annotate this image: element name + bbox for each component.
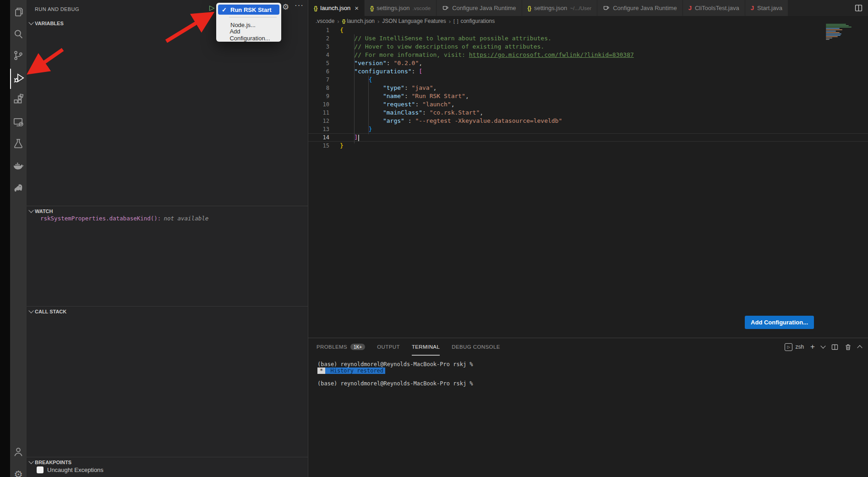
chevron-down-icon: [28, 208, 33, 213]
code-line-7[interactable]: 7 {: [308, 76, 868, 84]
editor-region: {}launch.json×{}settings.json.vscodeConf…: [308, 0, 868, 477]
code-line-14[interactable]: 14 ]: [308, 133, 868, 142]
line-number: 4: [308, 51, 329, 59]
panel-tab-problems[interactable]: PROBLEMS1K+: [317, 338, 365, 356]
maximize-panel-icon[interactable]: [857, 345, 862, 350]
activity-item-accounts[interactable]: [10, 443, 27, 463]
panel-tab-output[interactable]: OUTPUT: [377, 338, 400, 356]
terminal-shell-selector[interactable]: ▷ zsh: [785, 343, 804, 351]
breadcrumb-separator: ›: [337, 18, 339, 25]
activity-item-docker[interactable]: [10, 156, 27, 176]
account-icon: [12, 446, 24, 460]
breadcrumb-separator: ›: [449, 18, 451, 25]
breadcrumb-item-json-language-features[interactable]: JSON Language Features: [382, 18, 446, 24]
chevron-down-icon[interactable]: [820, 343, 825, 348]
code-line-12[interactable]: 12 "args" : "--regtest -Xkeyvalue.dataso…: [308, 117, 868, 125]
debug-icon: [13, 72, 25, 86]
extensions-icon: [12, 93, 24, 107]
terminal-output[interactable]: (base) reynoldmorel@Reynolds-MacBook-Pro…: [317, 361, 473, 387]
chevron-down-icon: [28, 459, 33, 464]
activity-item-source-control[interactable]: [10, 46, 27, 66]
activity-item-remote-explorer[interactable]: [10, 113, 27, 133]
breadcrumb-item-configurations[interactable]: [ ]configurations: [453, 18, 495, 24]
menu-item-run-rsk-start[interactable]: ✓Run RSK Start: [218, 5, 279, 15]
add-configuration-button[interactable]: Add Configuration...: [745, 316, 814, 329]
code-line-10[interactable]: 10 "request": "launch",: [308, 100, 868, 109]
more-actions-icon[interactable]: ···: [295, 1, 304, 10]
source-control-icon: [12, 49, 24, 63]
code-line-3[interactable]: 3 // Hover to view descriptions of exist…: [308, 43, 868, 51]
java-file-icon: J: [751, 5, 754, 11]
code-line-6[interactable]: 6 "configurations": [: [308, 67, 868, 76]
breadcrumb-item--vscode[interactable]: .vscode: [316, 18, 334, 24]
breakpoint-label: Uncaught Exceptions: [47, 466, 104, 473]
terminal-line: [317, 374, 473, 380]
chevron-down-icon: [28, 20, 33, 25]
line-number: 14: [308, 134, 329, 141]
activity-item-run-and-debug[interactable]: [10, 69, 27, 89]
panel-tab-terminal[interactable]: TERMINAL: [412, 338, 440, 356]
line-number: 11: [308, 109, 329, 117]
indent-guide: [354, 34, 355, 143]
activity-item-explorer[interactable]: [10, 3, 27, 23]
activity-item-settings[interactable]: ⚙: [10, 465, 27, 477]
new-terminal-icon[interactable]: +: [810, 342, 815, 351]
json-file-icon: {}: [314, 5, 317, 11]
gear-icon[interactable]: ⚙: [282, 2, 289, 12]
tab-clitoolstest-java[interactable]: JCliToolsTest.java: [683, 0, 745, 16]
tab-description: .vscode: [413, 5, 431, 11]
tab-configure-java-runtime[interactable]: Configure Java Runtime: [597, 0, 682, 16]
tab-configure-java-runtime[interactable]: Configure Java Runtime: [437, 0, 522, 16]
line-number: 2: [308, 34, 329, 43]
line-number: 13: [308, 125, 329, 133]
tab-start-java[interactable]: JStart.java: [745, 0, 788, 16]
code-line-4[interactable]: 4 // For more information, visit: https:…: [308, 51, 868, 59]
panel-tab-bar: PROBLEMS1K+OUTPUTTERMINALDEBUG CONSOLE: [308, 338, 500, 356]
line-number: 8: [308, 84, 329, 92]
desktop-edge-strip: [0, 0, 10, 477]
tab-settings-json[interactable]: {}settings.json~/.../User: [522, 0, 598, 16]
menu-item-add-configuration[interactable]: Add Configuration...: [218, 30, 279, 40]
section-header-breakpoints[interactable]: BREAKPOINTS: [27, 457, 308, 467]
split-terminal-icon[interactable]: [831, 344, 838, 351]
breakpoint-row: Uncaught Exceptions: [37, 466, 104, 473]
json-file-icon: {}: [528, 5, 531, 11]
activity-item-search[interactable]: [10, 25, 27, 45]
debug-start-icon[interactable]: ▷: [209, 4, 215, 12]
close-icon[interactable]: ×: [355, 4, 359, 12]
code-line-2[interactable]: 2 // Use IntelliSense to learn about pos…: [308, 34, 868, 43]
vscode-window: ⚙ RUN AND DEBUG ▷ ⚙ ··· VARIABLESWATCHCA…: [0, 0, 868, 477]
line-number: 5: [308, 59, 329, 67]
line-number: 6: [308, 67, 329, 76]
line-number: 3: [308, 43, 329, 51]
section-header-call-stack[interactable]: CALL STACK: [27, 306, 308, 317]
kill-terminal-trash-icon[interactable]: [845, 344, 852, 351]
code-line-8[interactable]: 8 "type": "java",: [308, 84, 868, 92]
debug-configuration-dropdown: ✓Run RSK StartNode.js...Add Configuratio…: [216, 3, 281, 42]
code-line-1[interactable]: 1{: [308, 26, 868, 34]
activity-item-gradle[interactable]: [10, 178, 27, 198]
minimap[interactable]: [826, 24, 852, 46]
code-line-15[interactable]: 15}: [308, 142, 868, 150]
code-line-5[interactable]: 5 "version": "0.2.0",: [308, 59, 868, 67]
line-number: 15: [308, 142, 329, 150]
uncaught-exceptions-checkbox[interactable]: [37, 466, 44, 473]
panel-tab-debug-console[interactable]: DEBUG CONSOLE: [452, 338, 500, 356]
split-editor-icon[interactable]: [849, 0, 868, 16]
watch-expression-row[interactable]: rskSystemProperties.databaseKind():not a…: [40, 215, 208, 222]
activity-item-testing[interactable]: [10, 134, 27, 154]
remote-explorer-icon: [12, 116, 24, 130]
tab-settings-json[interactable]: {}settings.json.vscode: [365, 0, 437, 16]
shell-label: zsh: [795, 344, 804, 350]
breadcrumb-item-launch-json[interactable]: {}launch.json: [342, 18, 375, 24]
tab-description: ~/.../User: [570, 5, 591, 11]
gear-icon: ⚙: [14, 470, 23, 477]
code-line-11[interactable]: 11 "mainClass": "co.rsk.Start",: [308, 109, 868, 117]
panel-controls: ▷ zsh +: [785, 338, 862, 356]
activity-item-extensions[interactable]: [10, 90, 27, 110]
code-line-9[interactable]: 9 "name": "Run RSK Start",: [308, 92, 868, 100]
code-editor[interactable]: 1{2 // Use IntelliSense to learn about p…: [308, 26, 868, 338]
tab-launch-json[interactable]: {}launch.json×: [308, 0, 365, 16]
code-line-13[interactable]: 13 }: [308, 125, 868, 133]
terminal-line: (base) reynoldmorel@Reynolds-MacBook-Pro…: [317, 380, 473, 387]
